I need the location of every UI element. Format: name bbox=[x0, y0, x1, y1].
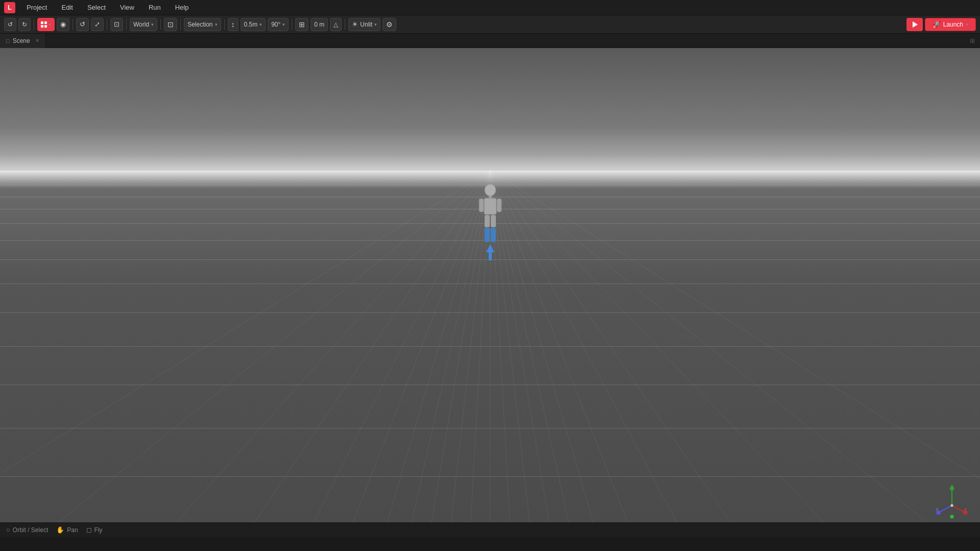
svg-marker-45 bbox=[486, 244, 494, 252]
svg-rect-42 bbox=[491, 215, 496, 227]
world-dropdown[interactable]: World ▾ bbox=[130, 18, 157, 31]
lighting-label: Unlit bbox=[360, 21, 372, 28]
pan-status: ✋ Pan bbox=[56, 526, 78, 534]
xyz-gizmo: Z X Y bbox=[934, 483, 970, 519]
grid-display-icon: ⊞ bbox=[299, 20, 305, 29]
svg-rect-39 bbox=[479, 199, 484, 212]
toolbar-separator-8 bbox=[292, 19, 292, 30]
up-button[interactable]: △ bbox=[330, 18, 342, 31]
rotate-reset-icon: ↺ bbox=[80, 20, 85, 28]
toolbar-separator-4 bbox=[126, 19, 127, 30]
svg-line-32 bbox=[490, 171, 740, 537]
fly-label: Fly bbox=[94, 526, 103, 534]
viewport[interactable]: .grid-line { stroke: rgba(255,255,255,0.… bbox=[0, 48, 980, 537]
svg-line-50 bbox=[952, 506, 965, 512]
grid-display-button[interactable]: ⊞ bbox=[295, 18, 308, 31]
redo-button[interactable]: ↻ bbox=[18, 18, 31, 31]
svg-line-34 bbox=[490, 171, 945, 537]
rotate-reset-button[interactable]: ↺ bbox=[76, 18, 89, 31]
statusbar: ○ Orbit / Select ✋ Pan ◻ Fly bbox=[0, 522, 980, 537]
snap-value-dropdown[interactable]: 0.5m ▾ bbox=[241, 18, 266, 31]
svg-text:Y: Y bbox=[950, 484, 953, 488]
scene-tab-close[interactable]: ✕ bbox=[35, 38, 39, 43]
world-chevron: ▾ bbox=[151, 22, 154, 27]
lighting-chevron: ▾ bbox=[374, 22, 377, 27]
svg-line-19 bbox=[383, 171, 490, 537]
selection-dropdown[interactable]: Selection ▾ bbox=[184, 18, 221, 31]
menu-edit[interactable]: Edit bbox=[58, 3, 76, 12]
svg-line-14 bbox=[41, 171, 490, 537]
grid-cell-2 bbox=[44, 21, 47, 24]
lighting-dropdown[interactable]: ☀ Unlit ▾ bbox=[348, 18, 380, 31]
play-button[interactable] bbox=[906, 18, 923, 31]
angle-chevron: ▾ bbox=[282, 22, 285, 27]
svg-rect-41 bbox=[485, 215, 490, 227]
paint-icon: ◉ bbox=[60, 20, 66, 28]
grid-cell-4 bbox=[44, 25, 47, 28]
grid-cell-3 bbox=[41, 25, 43, 28]
toolbar-separator-7 bbox=[224, 19, 225, 30]
svg-text:Z: Z bbox=[936, 507, 939, 512]
launch-chevron: ▾ bbox=[966, 22, 968, 27]
distance-dropdown[interactable]: 0 m bbox=[310, 18, 328, 31]
scale-button[interactable]: ⤢ bbox=[91, 18, 104, 31]
toolbar-separator-9 bbox=[345, 19, 345, 30]
paint-mode-button[interactable]: ◉ bbox=[57, 18, 69, 31]
menu-select[interactable]: Select bbox=[84, 3, 109, 12]
svg-line-16 bbox=[245, 171, 490, 537]
lighting-icon: ☀ bbox=[352, 20, 358, 28]
app-logo: L bbox=[4, 2, 15, 13]
launch-button[interactable]: 🚀 Launch ▾ bbox=[925, 18, 976, 31]
launch-icon: 🚀 bbox=[933, 20, 941, 28]
toolbar-separator-3 bbox=[107, 19, 107, 30]
svg-rect-38 bbox=[484, 198, 496, 214]
svg-line-18 bbox=[347, 171, 490, 537]
snap-icon: ⊡ bbox=[114, 20, 119, 28]
svg-line-29 bbox=[490, 171, 597, 537]
angle-label: 90° bbox=[271, 21, 280, 28]
svg-point-56 bbox=[950, 504, 953, 507]
svg-rect-46 bbox=[489, 252, 492, 260]
view-button[interactable]: ⊡ bbox=[164, 18, 177, 31]
snap-to-grid-button[interactable]: ⊡ bbox=[110, 18, 123, 31]
selection-label: Selection bbox=[187, 21, 212, 28]
play-triangle-icon bbox=[913, 21, 918, 28]
sky-background bbox=[0, 48, 980, 181]
scene-tabbar: □ Scene ✕ ⊞ bbox=[0, 34, 980, 48]
angle-dropdown[interactable]: 90° ▾ bbox=[268, 18, 289, 31]
ground-plane: .grid-line { stroke: rgba(255,255,255,0.… bbox=[0, 171, 980, 537]
character-figure bbox=[475, 181, 506, 262]
svg-rect-40 bbox=[497, 199, 501, 212]
scene-tab-label: Scene bbox=[13, 37, 30, 44]
svg-line-35 bbox=[490, 171, 980, 537]
menu-help[interactable]: Help bbox=[172, 3, 192, 12]
grid-cell-1 bbox=[41, 21, 43, 24]
menu-project[interactable]: Project bbox=[23, 3, 50, 12]
selection-chevron: ▾ bbox=[215, 22, 218, 27]
scale-icon: ⤢ bbox=[94, 20, 100, 28]
scene-tab[interactable]: □ Scene ✕ bbox=[0, 34, 46, 48]
titlebar: L Project Edit Select View Run Help bbox=[0, 0, 980, 15]
settings-icon: ⚙ bbox=[386, 20, 393, 29]
toolbar-separator-5 bbox=[160, 19, 161, 30]
distance-label: 0 m bbox=[314, 21, 324, 28]
menu-run[interactable]: Run bbox=[146, 3, 164, 12]
launch-label: Launch bbox=[943, 21, 963, 28]
settings-button[interactable]: ⚙ bbox=[383, 18, 396, 31]
fly-icon: ◻ bbox=[86, 526, 92, 534]
undo-button[interactable]: ↺ bbox=[4, 18, 16, 31]
fly-status: ◻ Fly bbox=[86, 526, 103, 534]
svg-line-17 bbox=[306, 171, 490, 537]
pan-label: Pan bbox=[67, 526, 78, 534]
orbit-label: Orbit / Select bbox=[13, 526, 48, 534]
height-button[interactable]: ↕ bbox=[228, 18, 238, 31]
view-icon: ⊡ bbox=[168, 20, 174, 29]
orbit-status: ○ Orbit / Select bbox=[6, 526, 48, 534]
grid-mode-chevron: ▾ bbox=[49, 22, 51, 27]
svg-rect-43 bbox=[485, 228, 490, 242]
grid-mode-button[interactable]: ▾ bbox=[37, 18, 55, 31]
svg-line-13 bbox=[0, 171, 490, 537]
toolbar-separator-6 bbox=[180, 19, 181, 30]
orbit-icon: ○ bbox=[6, 526, 10, 534]
menu-view[interactable]: View bbox=[117, 3, 137, 12]
